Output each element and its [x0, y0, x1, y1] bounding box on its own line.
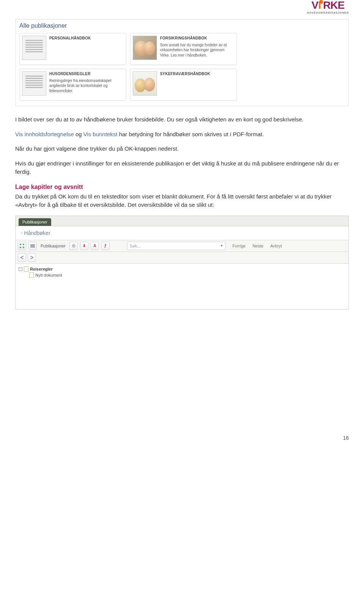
document-body: I bildet over ser du at to av håndbøkene… — [15, 115, 349, 209]
logo-text: VIRKE — [307, 0, 349, 11]
logo-subtitle: HOVEDORGANISASJONEN — [307, 11, 349, 14]
publication-card[interactable]: HUSORDENSREGLER Retningslinjer fra eiend… — [19, 69, 126, 101]
list-icon — [30, 244, 35, 248]
emphasis: Vis innholdsfortegnelse — [15, 131, 74, 137]
tab-publications[interactable]: Publikasjoner — [19, 218, 51, 226]
card-body: FORSIKRINGSHÅNDBOK Som ansatt har du man… — [160, 36, 234, 62]
next-button[interactable]: Neste — [253, 244, 264, 248]
paragraph: Da du trykket på OK kom du til en tekste… — [15, 192, 349, 209]
subheading: - Håndbøker — [16, 226, 348, 240]
toolbar-label: Publikasjoner — [39, 242, 67, 250]
pdf-button[interactable]: A — [91, 242, 99, 250]
collapse-icon[interactable]: − — [19, 267, 22, 271]
card-desc: Som ansatt har du mange fordeler av at v… — [160, 43, 234, 58]
card-title: HUSORDENSREGLER — [49, 71, 124, 77]
doc-thumbnail-icon — [22, 36, 46, 60]
publication-card[interactable]: SYKEFRAVÆRSHÅNDBOK — [130, 69, 237, 101]
flash-button[interactable]: ƒ — [101, 242, 110, 250]
photo-thumbnail-icon — [133, 71, 157, 96]
nav-row: < > — [16, 252, 348, 264]
grid-icon — [20, 244, 24, 248]
tree-child-label: Nytt dokument — [35, 273, 62, 277]
pdf-icon: ⬇ — [83, 244, 86, 248]
logo-rke: RKE — [323, 0, 344, 11]
text: har betydning for håndbøker som skrives … — [118, 131, 264, 137]
card-body: HUSORDENSREGLER Retningslinjer fra eiend… — [49, 71, 124, 98]
document-icon — [29, 272, 34, 278]
prev-button[interactable]: Forrige — [232, 244, 246, 248]
text: og — [74, 131, 83, 137]
flash-icon: ƒ — [104, 244, 107, 248]
card-title: FORSIKRINGSHÅNDBOK — [160, 36, 234, 41]
card-title: PERSONALHÅNDBOK — [49, 36, 124, 41]
document-tree: − Reiseregler Nytt dokument — [16, 264, 348, 309]
folder-icon — [24, 266, 28, 272]
tree-root-row[interactable]: − Reiseregler — [19, 266, 345, 272]
publication-cards: PERSONALHÅNDBOK FORSIKRINGSHÅNDBOK Som a… — [19, 33, 345, 101]
publication-card[interactable]: FORSIKRINGSHÅNDBOK Som ansatt har du man… — [130, 33, 237, 65]
section-heading: Lage kapitler og avsnitt — [15, 183, 349, 192]
pdf-icon: A — [93, 244, 96, 248]
emphasis: Vis bunntekst — [83, 131, 118, 137]
settings-button[interactable]: ⚙ — [69, 242, 78, 250]
chevron-down-icon: ▾ — [221, 243, 223, 248]
publications-screenshot: Alle publikasjoner PERSONALHÅNDBOK FORSI… — [15, 19, 349, 106]
card-body: SYKEFRAVÆRSHÅNDBOK — [160, 71, 234, 98]
search-input[interactable]: Søk... ▾ — [127, 242, 226, 250]
paragraph: Hvis du gjør endringer i innstillinger f… — [15, 159, 349, 176]
paragraph: I bildet over ser du at to av håndbøkene… — [15, 115, 349, 124]
photo-thumbnail-icon — [133, 36, 157, 60]
doc-thumbnail-icon — [22, 71, 46, 96]
page-number: 16 — [15, 435, 349, 441]
editor-toolbar: Publikasjoner ⚙ ⬇ A ƒ Søk... ▾ Forrige N… — [16, 240, 348, 252]
brand-logo: VIRKE HOVEDORGANISASJONEN — [307, 0, 349, 14]
pdf-export-button[interactable]: ⬇ — [80, 242, 88, 250]
card-body: PERSONALHÅNDBOK — [49, 36, 124, 62]
back-button[interactable]: < — [18, 253, 26, 262]
logo-v: V — [312, 0, 318, 11]
publication-card[interactable]: PERSONALHÅNDBOK — [19, 33, 126, 65]
forward-button[interactable]: > — [28, 253, 36, 262]
paragraph: Vis innholdsfortegnelse og Vis bunntekst… — [15, 130, 349, 139]
list-view-button[interactable] — [28, 242, 37, 250]
search-placeholder: Søk... — [130, 244, 141, 248]
gear-icon: ⚙ — [72, 243, 76, 249]
publications-heading: Alle publikasjoner — [19, 22, 345, 29]
tab-bar: Publikasjoner — [16, 216, 348, 226]
cancel-button[interactable]: Avbryt — [270, 244, 282, 248]
logo-dot-icon — [319, 0, 323, 4]
paragraph: Når du har gjort valgene dine trykker du… — [15, 145, 349, 153]
editor-overview-screenshot: Publikasjoner - Håndbøker Publikasjoner … — [15, 216, 349, 310]
card-title: SYKEFRAVÆRSHÅNDBOK — [160, 71, 234, 77]
card-desc: Retningslinjer fra eiendomsselskapet ang… — [49, 78, 124, 94]
grid-view-button[interactable] — [18, 242, 26, 250]
tree-root-label: Reiseregler — [30, 267, 53, 271]
blank-space — [15, 310, 349, 431]
tree-child-row[interactable]: Nytt dokument — [19, 272, 345, 278]
